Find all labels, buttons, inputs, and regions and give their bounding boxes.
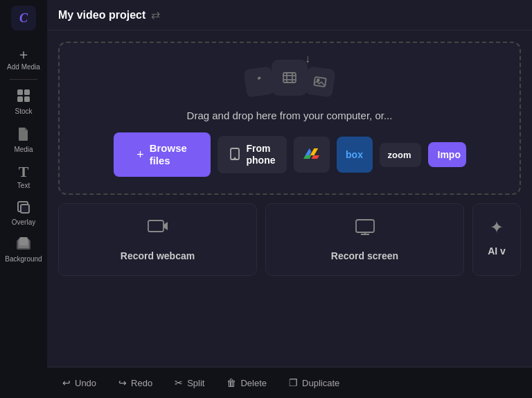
sidebar-item-overlay[interactable]: Overlay (0, 195, 47, 232)
project-title: My video project (58, 9, 145, 21)
duplicate-label: Duplicate (302, 378, 339, 388)
header: My video project ⇄ (47, 0, 532, 31)
svg-rect-18 (148, 220, 163, 232)
duplicate-icon: ❐ (289, 377, 298, 388)
overlay-icon (17, 200, 30, 216)
app-logo: C (11, 6, 36, 31)
sidebar-item-label: Stock (15, 107, 32, 115)
import-label: Impo (438, 149, 461, 160)
zoom-button[interactable]: zoom (380, 143, 421, 167)
svg-rect-0 (17, 89, 23, 95)
sidebar-item-text[interactable]: T Text (0, 159, 47, 195)
split-label: Split (187, 378, 204, 388)
record-row: Record webcam Record screen ✦ AI v (58, 203, 521, 276)
sidebar-item-label: Overlay (12, 218, 35, 226)
bottom-toolbar: ↩ Undo ↪ Redo ✂ Split 🗑 Delete ❐ Duplica… (47, 367, 532, 398)
ai-label: AI v (488, 245, 506, 257)
delete-label: Delete (240, 378, 267, 388)
background-icon (16, 237, 31, 253)
google-drive-button[interactable] (294, 137, 330, 173)
sidebar-item-label: Background (5, 255, 42, 263)
svg-rect-19 (356, 220, 374, 232)
ai-card[interactable]: ✦ AI v (472, 203, 521, 276)
content-area: ↓ Drag and (47, 31, 532, 367)
redo-label: Redo (131, 378, 152, 388)
svg-rect-1 (24, 89, 30, 95)
sidebar-divider (10, 79, 37, 80)
redo-button[interactable]: ↪ Redo (114, 374, 157, 391)
delete-button[interactable]: 🗑 Delete (222, 374, 271, 391)
svg-rect-2 (17, 96, 23, 102)
sidebar-item-background[interactable]: Background (0, 232, 47, 268)
screen-icon (355, 218, 375, 242)
buttons-row: + Browsefiles Fromphone (114, 132, 466, 177)
box-button[interactable]: box (337, 137, 373, 173)
sidebar-item-label: Media (14, 146, 33, 153)
add-media-icon: ＋ (17, 47, 30, 61)
from-phone-button[interactable]: Fromphone (218, 136, 287, 173)
from-phone-label: Fromphone (247, 143, 276, 166)
duplicate-button[interactable]: ❐ Duplicate (285, 374, 344, 391)
import-button[interactable]: Impo (428, 142, 466, 167)
drop-zone-icons: ↓ (245, 60, 334, 96)
media-icon-music (243, 66, 274, 97)
svg-rect-3 (24, 96, 30, 102)
record-screen-card[interactable]: Record screen (265, 203, 464, 276)
sidebar-item-label: Text (17, 182, 30, 189)
record-webcam-card[interactable]: Record webcam (58, 203, 257, 276)
svg-rect-8 (19, 237, 28, 245)
undo-icon: ↩ (62, 377, 71, 388)
sync-icon: ⇄ (151, 8, 160, 21)
media-icon (17, 126, 30, 144)
sidebar-item-add-media[interactable]: ＋ Add Media (0, 42, 47, 76)
webcam-icon (147, 218, 169, 242)
zoom-label: zoom (388, 150, 411, 160)
box-label: box (346, 149, 363, 160)
ai-icon: ✦ (490, 218, 504, 237)
main-content: My video project ⇄ ↓ (47, 0, 532, 398)
phone-icon (229, 147, 241, 163)
svg-rect-9 (283, 73, 296, 83)
split-icon: ✂ (175, 377, 183, 388)
svg-rect-5 (21, 205, 29, 213)
media-icon-image (304, 66, 335, 97)
stock-icon (16, 88, 31, 105)
text-icon: T (19, 164, 29, 180)
webcam-label: Record webcam (121, 250, 195, 261)
sidebar: C ＋ Add Media Stock Media T Text (0, 0, 47, 398)
browse-label: Browsefiles (150, 142, 187, 167)
sidebar-item-media[interactable]: Media (0, 121, 47, 159)
download-arrow-icon: ↓ (305, 53, 310, 65)
undo-button[interactable]: ↩ Undo (58, 374, 100, 391)
browse-files-button[interactable]: + Browsefiles (114, 132, 211, 177)
browse-plus-icon: + (136, 148, 144, 162)
redo-icon: ↪ (118, 377, 127, 388)
delete-icon: 🗑 (227, 377, 236, 388)
media-icon-film: ↓ (272, 60, 308, 96)
drop-zone: ↓ Drag and (58, 42, 521, 195)
svg-point-17 (234, 157, 236, 159)
split-button[interactable]: ✂ Split (170, 374, 209, 391)
sidebar-item-label: Add Media (7, 63, 40, 71)
screen-label: Record screen (331, 250, 398, 261)
sidebar-item-stock[interactable]: Stock (0, 83, 47, 121)
drop-text: Drag and drop here from your computer, o… (187, 110, 393, 121)
undo-label: Undo (75, 378, 96, 388)
